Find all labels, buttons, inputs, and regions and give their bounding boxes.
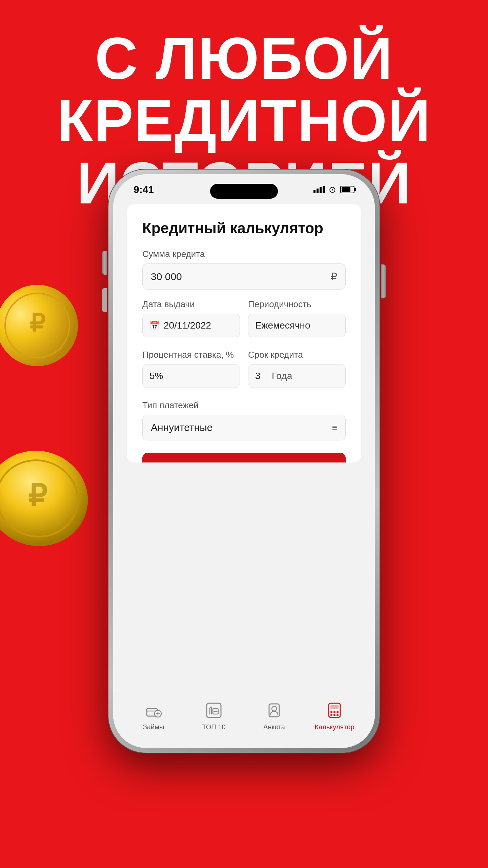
svg-point-11 (272, 706, 277, 711)
term-value: 3 (255, 371, 261, 381)
svg-rect-8 (207, 703, 221, 717)
svg-point-17 (330, 714, 332, 716)
nav-item-loans[interactable]: Займы (123, 700, 184, 731)
period-section: Периодичность Ежемесячно (248, 299, 346, 347)
calculate-button[interactable]: РАССЧИТАТЬ (142, 453, 346, 462)
payment-type-field[interactable]: Аннуитетные ≡ (142, 415, 346, 440)
term-unit: Года (272, 371, 292, 381)
date-period-row: Дата выдачи 📅 20/11/2022 Периодичность Е… (142, 299, 346, 347)
period-label: Периодичность (248, 299, 346, 310)
calculator-icon (324, 700, 345, 721)
select-icon: ≡ (332, 422, 337, 433)
phone-mockup: 9:41 ⊙ Кредитный калькулятор (108, 170, 380, 753)
loan-amount-value: 30 000 (151, 271, 182, 282)
rate-label: Процентная ставка, % (142, 350, 240, 360)
nav-item-calculator[interactable]: Калькулятор (304, 700, 365, 731)
status-time: 9:41 (134, 184, 154, 195)
svg-rect-13 (330, 705, 339, 709)
term-section: Срок кредита 3 Года (248, 350, 346, 397)
issue-date-section: Дата выдачи 📅 20/11/2022 (142, 299, 240, 347)
form-label: Анкета (263, 723, 285, 731)
loan-amount-currency: ₽ (331, 271, 337, 282)
svg-point-19 (337, 714, 339, 716)
coin-decoration-top: ₽ (0, 278, 85, 373)
loans-icon (143, 700, 164, 721)
app-content: Кредитный калькулятор Сумма кредита 30 0… (113, 199, 375, 748)
rate-field[interactable]: 5% (142, 364, 240, 388)
svg-text:₽: ₽ (29, 310, 45, 337)
calculator-label: Калькулятор (314, 723, 354, 731)
issue-date-field[interactable]: 📅 20/11/2022 (142, 314, 240, 337)
nav-item-top10[interactable]: ТОП 10 (184, 700, 244, 731)
svg-point-15 (333, 711, 336, 713)
svg-point-16 (337, 711, 339, 713)
form-icon (264, 700, 284, 721)
top10-label: ТОП 10 (202, 723, 225, 731)
calculator-title: Кредитный калькулятор (142, 220, 346, 237)
status-icons: ⊙ (313, 184, 354, 195)
svg-point-18 (333, 714, 336, 716)
calendar-icon: 📅 (149, 321, 160, 330)
period-value: Ежемесячно (255, 320, 310, 331)
term-label: Срок кредита (248, 350, 346, 360)
calculator-card: Кредитный калькулятор Сумма кредита 30 0… (127, 204, 361, 462)
loans-label: Займы (143, 723, 164, 731)
svg-point-14 (330, 711, 332, 713)
status-bar: 9:41 ⊙ (113, 174, 375, 199)
battery-icon (340, 186, 354, 193)
dynamic-island (210, 184, 278, 199)
term-field[interactable]: 3 Года (248, 364, 346, 388)
wifi-icon: ⊙ (329, 184, 336, 195)
svg-text:₽: ₽ (28, 479, 47, 512)
period-field[interactable]: Ежемесячно (248, 314, 346, 337)
issue-date-label: Дата выдачи (142, 299, 240, 310)
loan-amount-label: Сумма кредита (142, 249, 346, 259)
nav-item-form[interactable]: Анкета (244, 700, 304, 731)
payment-type-label: Тип платежей (142, 400, 346, 411)
payment-type-value: Аннуитетные (151, 422, 213, 433)
rate-term-row: Процентная ставка, % 5% Срок кредита 3 Г… (142, 350, 346, 397)
coin-decoration-bottom: ₽ (0, 441, 95, 556)
signal-icon (313, 186, 325, 193)
top10-icon (204, 700, 224, 721)
rate-section: Процентная ставка, % 5% (142, 350, 240, 397)
issue-date-value: 20/11/2022 (164, 320, 211, 331)
bottom-navigation: Займы ТОП 10 (113, 693, 375, 748)
rate-value: 5% (149, 371, 163, 381)
svg-point-3 (0, 441, 95, 556)
loan-amount-field[interactable]: 30 000 ₽ (142, 263, 346, 290)
